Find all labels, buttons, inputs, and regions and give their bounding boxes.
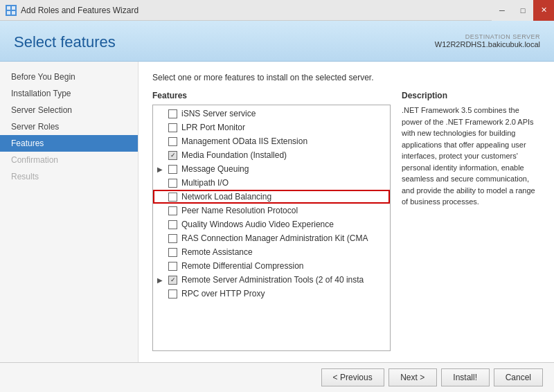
feature-item-mq[interactable]: ▶Message Queuing <box>153 162 390 176</box>
cancel-button[interactable]: Cancel <box>494 368 543 386</box>
feature-item-nlb[interactable]: Network Load Balancing <box>153 190 390 204</box>
instruction-text: Select one or more features to install o… <box>152 73 540 82</box>
close-button[interactable]: ✕ <box>533 0 554 21</box>
wizard-window: Select features DESTINATION SERVER W12R2… <box>0 21 554 392</box>
features-desc-wrapper: Features iSNS Server serviceLPR Port Mon… <box>152 91 540 351</box>
dest-server-name: W12R2RDHS1.bakicubuk.local <box>435 40 540 48</box>
sidebar-item-results: Results <box>0 168 138 185</box>
description-panel: Description .NET Framework 3.5 combines … <box>402 91 540 351</box>
minimize-button[interactable]: ─ <box>492 0 512 21</box>
feature-checkbox[interactable] <box>168 193 177 202</box>
title-bar: Add Roles and Features Wizard ─ □ ✕ <box>0 0 554 21</box>
feature-item-multipath[interactable]: Multipath I/O <box>153 176 390 190</box>
next-button[interactable]: Next > <box>388 368 437 386</box>
feature-name: RPC over HTTP Proxy <box>181 289 386 299</box>
features-label: Features <box>152 91 391 100</box>
content-area: Before You BeginInstallation TypeServer … <box>0 62 554 362</box>
feature-item-qwav[interactable]: Quality Windows Audio Video Experience <box>153 217 390 231</box>
sidebar-item-installation-type[interactable]: Installation Type <box>0 85 138 102</box>
feature-item-ras[interactable]: RAS Connection Manager Administration Ki… <box>153 231 390 245</box>
feature-item-rpchttp[interactable]: RPC over HTTP Proxy <box>153 287 390 301</box>
feature-checkbox[interactable] <box>168 206 177 215</box>
restore-button[interactable]: □ <box>512 0 533 21</box>
feature-checkbox[interactable] <box>168 234 177 243</box>
sidebar: Before You BeginInstallation TypeServer … <box>0 62 138 362</box>
sidebar-item-server-selection[interactable]: Server Selection <box>0 102 138 118</box>
feature-item-remoteassist[interactable]: Remote Assistance <box>153 245 390 259</box>
description-text: .NET Framework 3.5 combines the power of… <box>402 105 540 208</box>
svg-rect-0 <box>7 6 10 10</box>
app-icon <box>6 5 17 16</box>
feature-item-isns[interactable]: iSNS Server service <box>153 107 390 121</box>
feature-name: Multipath I/O <box>181 178 386 188</box>
expand-icon[interactable]: ▶ <box>157 166 167 173</box>
window-controls: ─ □ ✕ <box>492 0 554 21</box>
feature-checkbox[interactable] <box>168 151 177 160</box>
feature-name: Management OData IIS Extension <box>181 136 386 146</box>
feature-name: Remote Assistance <box>181 247 386 257</box>
expand-icon[interactable]: ▶ <box>157 276 167 284</box>
main-content: Select one or more features to install o… <box>138 62 554 362</box>
window-title: Add Roles and Features Wizard <box>21 6 138 15</box>
feature-name: Peer Name Resolution Protocol <box>181 206 386 215</box>
feature-checkbox[interactable] <box>168 137 177 146</box>
sidebar-item-before-you-begin[interactable]: Before You Begin <box>0 69 138 85</box>
feature-checkbox[interactable] <box>168 179 177 188</box>
feature-name: LPR Port Monitor <box>181 123 386 132</box>
feature-item-mgodata[interactable]: Management OData IIS Extension <box>153 134 390 148</box>
feature-item-lpr[interactable]: LPR Port Monitor <box>153 121 390 134</box>
feature-name: iSNS Server service <box>181 109 386 118</box>
feature-name: Remote Differential Compression <box>181 261 386 271</box>
sidebar-item-confirmation: Confirmation <box>0 152 138 168</box>
feature-item-rdc[interactable]: Remote Differential Compression <box>153 259 390 273</box>
svg-rect-1 <box>12 6 15 10</box>
feature-checkbox[interactable] <box>168 248 177 257</box>
feature-name: Remote Server Administration Tools (2 of… <box>181 275 386 285</box>
sidebar-item-features[interactable]: Features <box>0 135 138 152</box>
feature-checkbox[interactable] <box>168 165 177 174</box>
feature-checkbox[interactable] <box>168 220 177 229</box>
sidebar-item-server-roles[interactable]: Server Roles <box>0 118 138 135</box>
feature-name: Network Load Balancing <box>181 192 386 202</box>
feature-item-rsat[interactable]: ▶Remote Server Administration Tools (2 o… <box>153 273 390 287</box>
svg-rect-3 <box>12 11 15 15</box>
feature-item-pnrp[interactable]: Peer Name Resolution Protocol <box>153 204 390 217</box>
feature-checkbox[interactable] <box>168 276 177 285</box>
previous-button[interactable]: < Previous <box>321 368 384 386</box>
feature-name: Media Foundation (Installed) <box>181 150 386 160</box>
feature-name: Quality Windows Audio Video Experience <box>181 220 386 229</box>
features-list[interactable]: iSNS Server serviceLPR Port MonitorManag… <box>153 105 390 350</box>
destination-server-info: DESTINATION SERVER W12R2RDHS1.bakicubuk.… <box>435 33 540 48</box>
features-list-container: iSNS Server serviceLPR Port MonitorManag… <box>152 105 391 351</box>
feature-name: RAS Connection Manager Administration Ki… <box>181 233 386 243</box>
feature-checkbox[interactable] <box>168 262 177 271</box>
page-title: Select features <box>14 33 116 51</box>
feature-name: Message Queuing <box>181 164 386 174</box>
feature-checkbox[interactable] <box>168 289 177 299</box>
title-bar-left: Add Roles and Features Wizard <box>6 5 138 16</box>
feature-checkbox[interactable] <box>168 123 177 132</box>
features-panel: Features iSNS Server serviceLPR Port Mon… <box>152 91 391 351</box>
feature-checkbox[interactable] <box>168 109 177 118</box>
feature-item-mediafoundation[interactable]: Media Foundation (Installed) <box>153 148 390 162</box>
page-header: Select features DESTINATION SERVER W12R2… <box>0 21 554 62</box>
description-label: Description <box>402 91 540 100</box>
install-button[interactable]: Install! <box>441 368 490 386</box>
bottom-bar: < Previous Next > Install! Cancel <box>0 362 554 392</box>
dest-server-label: DESTINATION SERVER <box>435 33 540 40</box>
svg-rect-2 <box>7 11 10 15</box>
